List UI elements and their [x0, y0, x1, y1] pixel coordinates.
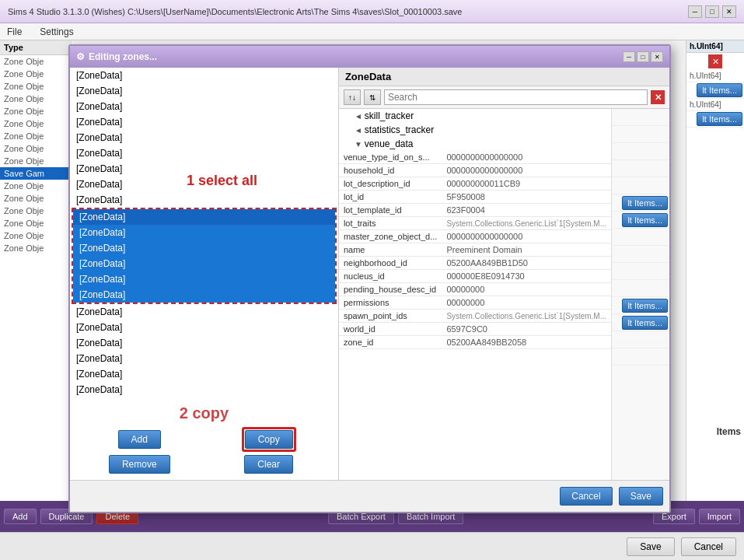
field-value[interactable]: 6597C9C0 — [442, 323, 611, 336]
zone-item[interactable]: [ZoneData] — [70, 161, 338, 177]
app-row[interactable]: Zone Obje — [0, 117, 71, 130]
app-row[interactable]: Zone Obje — [0, 55, 71, 68]
sort-desc-button[interactable]: ⇅ — [364, 89, 381, 105]
tree-venue-data[interactable]: ▼ venue_data — [339, 137, 611, 151]
main-save-button[interactable]: Save — [627, 537, 674, 556]
zone-item[interactable]: [ZoneData] — [70, 304, 338, 320]
right-items-button-2[interactable]: lt Items... — [697, 112, 742, 126]
zone-item-selected[interactable]: [ZoneData] — [73, 287, 335, 303]
table-row[interactable]: lot_traits System.Collections.Generic.Li… — [339, 217, 611, 230]
dialog-save-button[interactable]: Save — [619, 487, 663, 506]
table-row[interactable]: lot_id 5F950008 — [339, 191, 611, 204]
field-value[interactable]: Preeminent Domain — [442, 243, 611, 257]
table-row[interactable]: venue_type_id_on_s... 0000000000000000 — [339, 151, 611, 164]
field-value[interactable]: 00000000 — [442, 296, 611, 310]
field-value[interactable]: 05200AA849BB1D50 — [442, 257, 611, 270]
field-value[interactable]: 000000E8E0914730 — [442, 270, 611, 283]
zone-item[interactable]: [ZoneData] — [70, 83, 338, 99]
maximize-btn[interactable]: □ — [705, 5, 719, 18]
app-row[interactable]: Zone Obje — [0, 68, 71, 80]
clear-button[interactable]: Clear — [244, 455, 293, 474]
field-value[interactable]: 0000000000000000 — [442, 164, 611, 177]
table-row[interactable]: name Preeminent Domain — [339, 243, 611, 257]
dialog-maximize[interactable]: □ — [637, 51, 649, 62]
zone-item[interactable]: [ZoneData] — [70, 335, 338, 351]
add-toolbar-button[interactable]: Add — [4, 509, 37, 524]
app-row[interactable]: Zone Obje — [0, 80, 71, 93]
menu-file[interactable]: File — [4, 25, 25, 39]
search-input[interactable] — [384, 89, 648, 105]
zone-item[interactable]: [ZoneData] — [70, 145, 338, 161]
items-button-lot-traits[interactable]: lt Items... — [622, 196, 668, 210]
field-value[interactable]: System.Collections.Generic.List`1[System… — [442, 310, 611, 323]
table-row[interactable]: household_id 0000000000000000 — [339, 164, 611, 177]
table-row[interactable]: zone_id 05200AA849BB2058 — [339, 336, 611, 349]
table-row[interactable]: lot_description_id 000000000011CB9 — [339, 177, 611, 191]
close-btn[interactable]: ✕ — [722, 5, 736, 18]
right-panel-close[interactable]: ✕ — [708, 54, 722, 68]
items-button-master-zone[interactable]: lt Items... — [622, 213, 668, 227]
zone-item[interactable]: [ZoneData] — [70, 130, 338, 145]
zone-item[interactable]: [ZoneData] — [70, 114, 338, 130]
app-row[interactable]: Zone Obje — [0, 105, 71, 117]
app-row-save[interactable]: Save Gam — [0, 167, 71, 180]
add-button[interactable]: Add — [118, 430, 161, 449]
zone-item[interactable]: [ZoneData] — [70, 177, 338, 192]
app-row[interactable]: Zone Obje — [0, 130, 71, 142]
table-row[interactable]: permissions 00000000 — [339, 296, 611, 310]
table-row[interactable]: nucleus_id 000000E8E0914730 — [339, 270, 611, 283]
tree-skill-tracker[interactable]: ◄ skill_tracker — [339, 109, 611, 123]
table-row[interactable]: master_zone_object_d... 0000000000000000 — [339, 230, 611, 243]
field-value[interactable]: System.Collections.Generic.List`1[System… — [442, 217, 611, 230]
tree-statistics-tracker[interactable]: ◄ statistics_tracker — [339, 123, 611, 137]
field-value[interactable]: 623F0004 — [442, 204, 611, 217]
zone-item-selected[interactable]: [ZoneData] — [73, 225, 335, 240]
zone-item[interactable]: [ZoneData] — [70, 366, 338, 382]
dialog-cancel-button[interactable]: Cancel — [560, 487, 612, 506]
field-value[interactable]: 5F950008 — [442, 191, 611, 204]
zone-item[interactable]: [ZoneData] — [70, 68, 338, 83]
items-button-spawn[interactable]: lt Items... — [622, 316, 668, 330]
zone-item[interactable]: [ZoneData] — [70, 397, 338, 401]
items-button-permissions[interactable]: lt Items... — [622, 299, 668, 313]
app-row[interactable]: Zone Obje — [0, 217, 71, 229]
import-button[interactable]: Import — [699, 509, 740, 524]
zone-item[interactable]: [ZoneData] — [70, 320, 338, 335]
zone-item[interactable]: [ZoneData] — [70, 99, 338, 114]
dialog-minimize[interactable]: ─ — [623, 51, 635, 62]
table-row[interactable]: neighborhood_id 05200AA849BB1D50 — [339, 257, 611, 270]
field-value[interactable]: 05200AA849BB2058 — [442, 336, 611, 349]
table-row[interactable]: pending_house_desc_id 00000000 — [339, 283, 611, 296]
table-row[interactable]: spawn_point_ids System.Collections.Gener… — [339, 310, 611, 323]
copy-button[interactable]: Copy — [245, 430, 293, 449]
app-row[interactable]: Zone Obje — [0, 142, 71, 155]
field-value[interactable]: 0000000000000000 — [442, 230, 611, 243]
app-row[interactable]: Zone Obje — [0, 192, 71, 205]
sort-asc-button[interactable]: ↑↓ — [344, 89, 361, 105]
zone-item-selected[interactable]: [ZoneData] — [73, 271, 335, 287]
field-value[interactable]: 00000000 — [442, 283, 611, 296]
app-row[interactable]: Zone Obje — [0, 229, 71, 242]
menu-settings[interactable]: Settings — [37, 25, 76, 39]
zone-item[interactable]: [ZoneData] — [70, 351, 338, 366]
zone-item[interactable]: [ZoneData] — [70, 192, 338, 208]
zone-item-selected[interactable]: [ZoneData] — [73, 209, 335, 225]
app-row[interactable]: Zone Obje — [0, 155, 71, 167]
dialog-close[interactable]: ✕ — [651, 51, 663, 62]
table-row[interactable]: world_id 6597C9C0 — [339, 323, 611, 336]
table-row[interactable]: lot_template_id 623F0004 — [339, 204, 611, 217]
app-row[interactable]: Zone Obje — [0, 205, 71, 217]
zone-item-selected[interactable]: [ZoneData] — [73, 256, 335, 271]
zone-item[interactable]: [ZoneData] — [70, 382, 338, 397]
remove-button[interactable]: Remove — [109, 455, 170, 474]
app-row[interactable]: Zone Obje — [0, 93, 71, 105]
minimize-btn[interactable]: ─ — [688, 5, 702, 18]
search-clear-button[interactable]: ✕ — [651, 90, 665, 104]
field-value[interactable]: 0000000000000000 — [442, 151, 611, 164]
zone-item-selected[interactable]: [ZoneData] — [73, 240, 335, 256]
app-row[interactable]: Zone Obje — [0, 180, 71, 192]
app-row[interactable]: Zone Obje — [0, 242, 71, 254]
right-items-button-1[interactable]: lt Items... — [697, 83, 742, 97]
zonedata-scroll[interactable]: ◄ skill_tracker ◄ statistics_tracker ▼ v… — [339, 109, 611, 480]
field-value[interactable]: 000000000011CB9 — [442, 177, 611, 191]
